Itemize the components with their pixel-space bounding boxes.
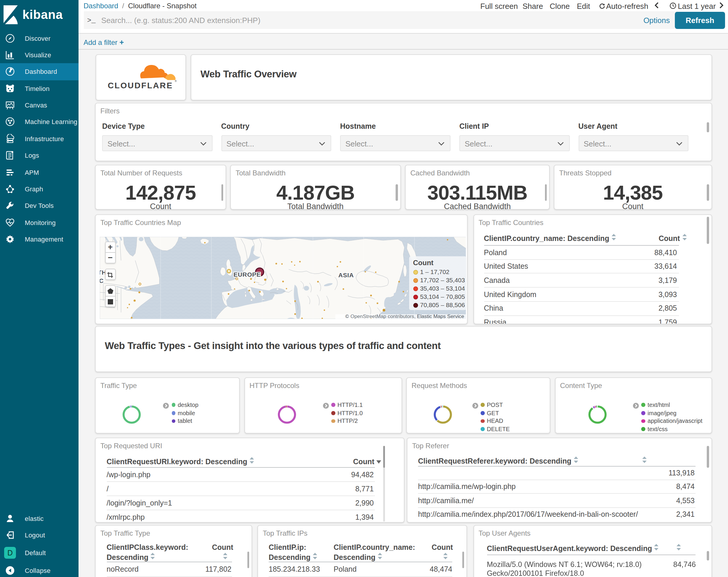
svg-text:© OpenStreetMap contributors,: © OpenStreetMap contributors, Elastic Ma… xyxy=(345,313,464,319)
svg-text:®: ® xyxy=(175,80,177,83)
svg-text:D: D xyxy=(7,549,13,557)
svg-text:ASIA: ASIA xyxy=(338,272,354,278)
svg-text:EUROPE: EUROPE xyxy=(233,271,260,278)
svg-text:CLOUDFLARE: CLOUDFLARE xyxy=(108,81,173,90)
svg-text:IC: IC xyxy=(100,277,103,284)
